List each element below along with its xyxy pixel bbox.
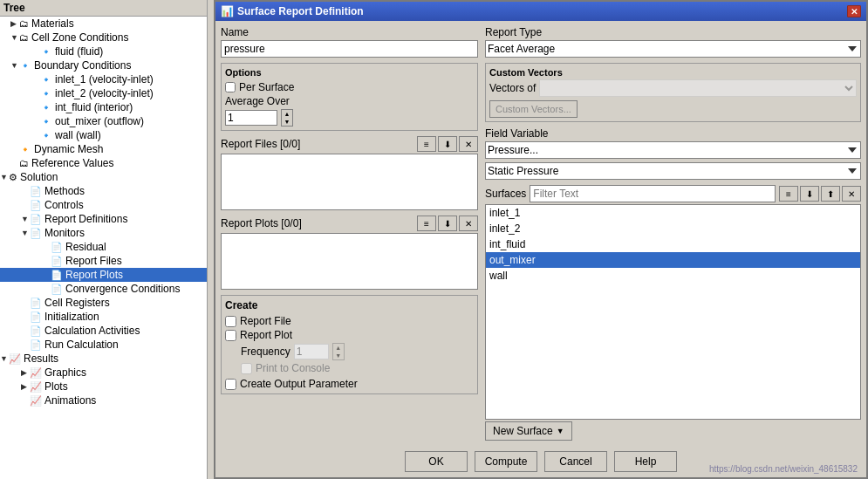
tree-label-residual: Residual <box>65 241 106 253</box>
tree-item-run-calc[interactable]: 📄Run Calculation <box>0 338 207 352</box>
cancel-button[interactable]: Cancel <box>544 451 607 472</box>
tree-item-dynamic-mesh[interactable]: 🔸Dynamic Mesh <box>0 142 207 156</box>
report-file-row: Report File <box>225 315 474 327</box>
compute-button[interactable]: Compute <box>475 451 537 472</box>
surface-item-inlet_1[interactable]: inlet_1 <box>486 205 860 221</box>
report-file-checkbox[interactable] <box>225 316 236 327</box>
tree-item-out_mixer[interactable]: 🔹out_mixer (outflow) <box>0 114 207 128</box>
create-output-label: Create Output Parameter <box>240 378 358 390</box>
tree-item-report-plots[interactable]: 📄Report Plots <box>0 268 207 282</box>
surface-item-inlet_2[interactable]: inlet_2 <box>486 221 860 236</box>
tree-item-fluid[interactable]: 🔹fluid (fluid) <box>0 44 207 58</box>
vectors-of-select <box>539 79 857 97</box>
report-type-row: Report Type Facet Average Facet Maximum … <box>485 26 861 58</box>
name-input[interactable] <box>221 40 478 58</box>
per-surface-checkbox[interactable] <box>225 82 236 92</box>
per-surface-label: Per Surface <box>239 81 294 93</box>
tree-item-residual[interactable]: 📄Residual <box>0 240 207 254</box>
surface-item-out_mixer[interactable]: out_mixer <box>486 252 860 268</box>
surfaces-btn4[interactable]: ✕ <box>842 186 861 202</box>
tree-icon-bc: 🔹 <box>40 116 52 127</box>
tree-icon-monitor: 📄 <box>30 311 42 323</box>
tree-label-wall: wall (wall) <box>55 129 101 141</box>
tree-item-controls[interactable]: 📄Controls <box>0 198 207 212</box>
create-output-checkbox[interactable] <box>225 379 236 390</box>
surface-item-int_fluid[interactable]: int_fluid <box>486 236 860 252</box>
expand-arrow-results[interactable]: ▼ <box>0 354 9 363</box>
tree-item-report-defs[interactable]: ▼📄Report Definitions <box>0 212 207 226</box>
expand-arrow-cell-zone[interactable]: ▼ <box>10 33 19 42</box>
report-plots-btn3[interactable]: ✕ <box>459 216 478 231</box>
report-plots-btn1[interactable]: ≡ <box>417 216 436 231</box>
tree-item-graphics[interactable]: ▶📈Graphics <box>0 366 207 380</box>
expand-arrow-materials[interactable]: ▶ <box>10 19 19 28</box>
avg-over-label: Average Over <box>225 95 290 107</box>
tree-item-boundary[interactable]: ▼🔹Boundary Conditions <box>0 58 207 72</box>
dialog-title-left: 📊 Surface Report Definition <box>221 5 364 17</box>
tree-item-cell-zone[interactable]: ▼🗂Cell Zone Conditions <box>0 31 207 44</box>
field-subcategory-select[interactable]: Static Pressure Total Pressure Dynamic P… <box>485 162 861 180</box>
avg-over-row: Average Over <box>225 95 474 107</box>
create-output-row: Create Output Parameter <box>225 378 474 390</box>
tree-item-conv-cond[interactable]: 📄Convergence Conditions <box>0 282 207 296</box>
custom-vectors-box: Custom Vectors Vectors of Custom Vectors… <box>485 63 861 122</box>
report-type-select[interactable]: Facet Average Facet Maximum Facet Minimu… <box>485 40 861 58</box>
spinner-up[interactable]: ▲ <box>282 110 292 118</box>
tree-item-int_fluid[interactable]: 🔹int_fluid (interior) <box>0 100 207 114</box>
tree-item-cell-reg[interactable]: 📄Cell Registers <box>0 296 207 310</box>
tree-label-animations: Animations <box>44 394 96 407</box>
help-button[interactable]: Help <box>614 451 677 472</box>
new-surface-button[interactable]: New Surface ▼ <box>485 421 572 441</box>
avg-over-input[interactable] <box>225 110 277 126</box>
tree-label-cell-zone: Cell Zone Conditions <box>31 31 128 44</box>
surfaces-header: Surfaces ≡ ⬇ ⬆ ✕ <box>485 185 861 202</box>
tree-item-inlet1[interactable]: 🔹inlet_1 (velocity-inlet) <box>0 72 207 86</box>
report-plot-checkbox[interactable] <box>225 330 236 341</box>
report-files-btn2[interactable]: ⬇ <box>438 136 457 152</box>
surfaces-btn2[interactable]: ⬇ <box>800 186 819 202</box>
tree-item-solution[interactable]: ▼⚙Solution <box>0 170 207 184</box>
surface-item-wall[interactable]: wall <box>486 268 860 284</box>
tree-icon-folder: 🗂 <box>19 158 29 168</box>
ok-button[interactable]: OK <box>405 451 468 472</box>
expand-arrow-boundary[interactable]: ▼ <box>10 61 19 70</box>
tree-item-monitors[interactable]: ▼📄Monitors <box>0 226 207 240</box>
tree-item-ref-values[interactable]: 🗂Reference Values <box>0 156 207 170</box>
avg-over-spinner[interactable]: ▲ ▼ <box>281 109 293 127</box>
tree-label-controls: Controls <box>44 199 84 211</box>
tree-item-results[interactable]: ▼📈Results <box>0 352 207 366</box>
surfaces-btn1[interactable]: ≡ <box>779 186 798 202</box>
tree-item-wall[interactable]: 🔹wall (wall) <box>0 128 207 142</box>
tree-item-calc-act[interactable]: 📄Calculation Activities <box>0 324 207 338</box>
tree-item-animations[interactable]: 📈Animations <box>0 393 207 407</box>
tree-icon-monitor: 📄 <box>30 186 42 197</box>
print-console-label: Print to Console <box>256 362 330 374</box>
tree-icon-monitor: 📄 <box>30 214 42 225</box>
expand-arrow-report-defs[interactable]: ▼ <box>21 215 30 223</box>
tree-item-plots[interactable]: ▶📈Plots <box>0 380 207 393</box>
tree-item-report-files[interactable]: 📄Report Files <box>0 254 207 268</box>
expand-arrow-monitors[interactable]: ▼ <box>21 229 30 237</box>
vectors-of-row: Vectors of <box>489 79 857 97</box>
freq-spinner-down: ▼ <box>333 352 344 359</box>
tree-label-solution: Solution <box>20 171 58 183</box>
tree-label-ref-values: Reference Values <box>31 157 114 169</box>
tree-icon-folder: 🗂 <box>19 18 29 29</box>
tree-item-init[interactable]: 📄Initialization <box>0 310 207 324</box>
spinner-down[interactable]: ▼ <box>282 118 292 126</box>
expand-arrow-graphics[interactable]: ▶ <box>21 368 30 377</box>
report-plots-btn2[interactable]: ⬇ <box>438 216 457 231</box>
expand-arrow-solution[interactable]: ▼ <box>0 173 9 181</box>
report-files-btn3[interactable]: ✕ <box>459 136 478 152</box>
tree-label-report-files: Report Files <box>65 255 122 267</box>
expand-arrow-plots[interactable]: ▶ <box>21 382 30 391</box>
tree-item-materials[interactable]: ▶🗂Materials <box>0 17 207 31</box>
tree-icon-monitor: 📄 <box>30 228 42 239</box>
surfaces-filter-input[interactable] <box>530 185 776 202</box>
tree-item-inlet2[interactable]: 🔹inlet_2 (velocity-inlet) <box>0 86 207 100</box>
field-category-select[interactable]: Pressure... Velocity... Temperature... <box>485 141 861 159</box>
surfaces-btn3[interactable]: ⬆ <box>821 186 840 202</box>
report-files-btn1[interactable]: ≡ <box>417 136 436 152</box>
tree-item-methods[interactable]: 📄Methods <box>0 184 207 198</box>
close-button[interactable]: ✕ <box>847 5 861 17</box>
